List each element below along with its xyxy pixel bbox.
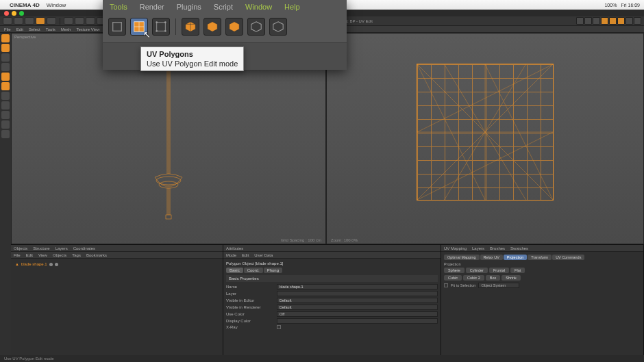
mode-button[interactable] <box>1 63 10 71</box>
menu-item[interactable]: Bookmarks <box>86 253 107 257</box>
menu-item[interactable]: Tools <box>46 27 55 31</box>
fit-dropdown[interactable]: Object System <box>478 283 519 288</box>
tab-structure[interactable]: Structure <box>33 246 49 250</box>
menu-item[interactable]: Select <box>29 27 40 31</box>
menu-item[interactable]: Mesh <box>61 27 71 31</box>
usecolor-field[interactable]: Off <box>277 311 438 317</box>
tool-button[interactable] <box>36 17 45 25</box>
menu-item[interactable]: File <box>14 253 21 257</box>
proj-cubic-button[interactable]: Cubic <box>444 275 462 281</box>
menu-item[interactable]: User Data <box>254 253 273 257</box>
tool-button[interactable] <box>75 17 84 25</box>
tab-attributes[interactable]: Attributes <box>226 246 243 250</box>
tool-button[interactable] <box>86 17 95 25</box>
tool-button[interactable] <box>584 17 592 25</box>
tab-uvmapping[interactable]: UV Mapping <box>444 246 467 250</box>
mode-button[interactable] <box>1 73 10 81</box>
menu-plugins[interactable]: Plugins <box>177 3 201 11</box>
object-name[interactable]: blade shape.1 <box>21 262 47 266</box>
mode-button[interactable] <box>1 53 10 62</box>
tool-button[interactable] <box>576 17 584 25</box>
uv-points-icon[interactable] <box>152 18 170 36</box>
live-select-icon[interactable] <box>108 18 126 36</box>
object-row[interactable]: ▲ blade shape.1 <box>14 261 220 267</box>
tab-objects[interactable]: Objects <box>14 246 27 250</box>
menu-help[interactable]: Help <box>284 3 300 11</box>
visibility-dot-icon[interactable] <box>49 263 53 266</box>
menu-item[interactable]: Edit <box>16 27 23 31</box>
tab-projection[interactable]: Projection <box>504 255 527 260</box>
objects-tree[interactable]: ▲ blade shape.1 <box>11 259 223 362</box>
menu-window[interactable]: Window <box>245 3 272 11</box>
tool-button[interactable] <box>3 17 12 25</box>
mode-button[interactable] <box>1 101 10 109</box>
mode-button[interactable] <box>1 34 10 42</box>
cube-icon[interactable] <box>225 18 243 36</box>
tool-button[interactable] <box>47 17 56 25</box>
cube-icon[interactable] <box>203 18 221 36</box>
proj-sphere-button[interactable]: Sphere <box>444 268 465 273</box>
mode-button[interactable] <box>1 130 10 138</box>
close-icon[interactable] <box>4 11 9 16</box>
menu-render[interactable]: Render <box>140 3 164 11</box>
cube-outline-icon[interactable] <box>247 18 265 36</box>
tab-brushes[interactable]: Brushes <box>490 246 505 250</box>
name-field[interactable]: blade shape.1 <box>277 284 438 289</box>
mode-button[interactable] <box>1 82 10 90</box>
cube-outline-icon[interactable] <box>269 18 287 36</box>
tool-button[interactable] <box>601 17 608 25</box>
tool-button[interactable] <box>634 17 641 25</box>
tab-phong[interactable]: Phong <box>264 268 282 273</box>
proj-shrink-button[interactable]: Shrink <box>501 275 521 281</box>
tab-transform[interactable]: Transform <box>528 255 552 260</box>
menu-item[interactable]: View <box>38 253 47 257</box>
menu-tools[interactable]: Tools <box>110 3 127 11</box>
dispcolor-field[interactable] <box>277 318 438 324</box>
tool-button[interactable] <box>14 17 23 25</box>
uv-viewport[interactable]: Zoom: 100.0% <box>326 33 644 244</box>
tab-uvcommands[interactable]: UV Commands <box>552 255 584 260</box>
visibility-dot-icon[interactable] <box>55 263 58 266</box>
mode-button[interactable] <box>1 44 10 52</box>
tool-button[interactable] <box>64 17 73 25</box>
menu-item[interactable]: Edit <box>242 253 249 257</box>
tab-basic[interactable]: Basic <box>226 268 243 273</box>
mode-button[interactable] <box>1 111 10 119</box>
tab-coordinates[interactable]: Coordinates <box>73 246 95 250</box>
vis-editor-field[interactable]: Default <box>277 298 438 303</box>
tab-layers[interactable]: Layers <box>55 246 68 250</box>
menu-item[interactable]: Texture View <box>76 27 99 31</box>
proj-cubic2-button[interactable]: Cubic 2 <box>463 275 484 281</box>
proj-flat-button[interactable]: Flat <box>510 268 525 273</box>
tool-button[interactable] <box>25 17 34 25</box>
uv-polygons-icon[interactable] <box>130 18 148 36</box>
xray-checkbox[interactable] <box>277 325 281 329</box>
proj-box-button[interactable]: Box <box>486 275 500 281</box>
menu-item[interactable]: Objects <box>53 253 66 257</box>
proj-cylinder-button[interactable]: Cylinder <box>466 268 488 273</box>
tool-button[interactable] <box>617 17 625 25</box>
menu-script[interactable]: Script <box>214 3 233 11</box>
tool-button[interactable] <box>593 17 600 25</box>
menu-item[interactable]: File <box>4 27 11 31</box>
fit-checkbox[interactable] <box>444 283 448 287</box>
maximize-icon[interactable] <box>19 11 24 16</box>
menu-item[interactable]: Mode <box>226 253 236 257</box>
tab-relax[interactable]: Relax UV <box>480 255 503 260</box>
tab-swatches[interactable]: Swatches <box>510 246 528 250</box>
menu-item[interactable]: Tags <box>72 253 81 257</box>
tab-coord[interactable]: Coord. <box>244 268 263 273</box>
tab-layers[interactable]: Layers <box>472 246 484 250</box>
mode-button[interactable] <box>1 92 10 100</box>
tool-button[interactable] <box>609 17 617 25</box>
mode-button[interactable] <box>1 120 10 129</box>
vis-render-field[interactable]: Default <box>277 305 438 310</box>
proj-frontal-button[interactable]: Frontal <box>489 268 509 273</box>
tool-button[interactable] <box>626 17 633 25</box>
tab-optimal[interactable]: Optimal Mapping <box>444 255 480 260</box>
layer-field[interactable] <box>277 291 438 296</box>
mac-menu-item[interactable]: Window <box>47 2 66 8</box>
minimize-icon[interactable] <box>12 11 16 16</box>
cube-icon[interactable] <box>182 18 199 36</box>
menu-item[interactable]: Edit <box>26 253 33 257</box>
